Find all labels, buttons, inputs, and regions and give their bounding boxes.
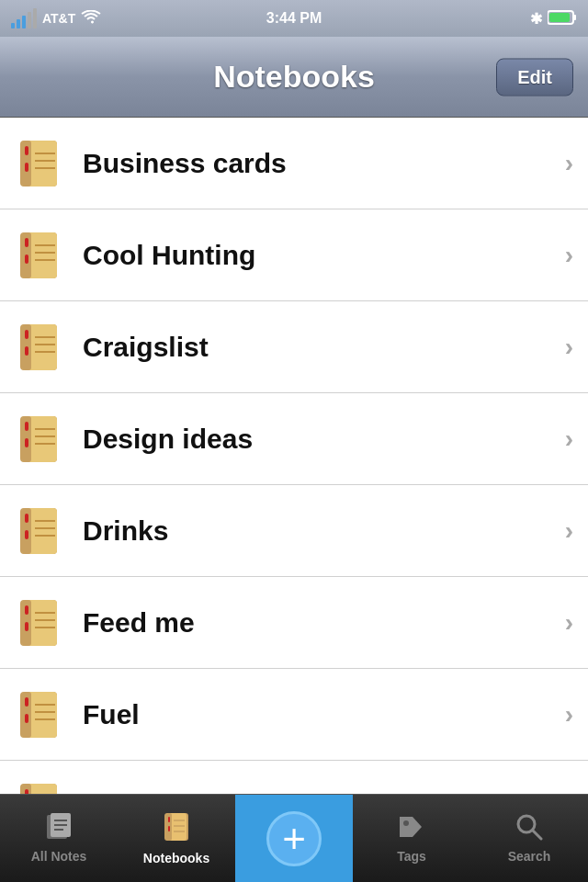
all-notes-icon (43, 813, 74, 845)
svg-rect-2 (549, 13, 570, 22)
notebook-label: Feed me (83, 607, 565, 639)
svg-rect-54 (25, 697, 28, 707)
chevron-right-icon: › (565, 516, 573, 546)
chevron-right-icon: › (565, 608, 573, 638)
nav-bar: Notebooks Edit (0, 37, 588, 118)
notebook-icon (15, 322, 64, 372)
svg-rect-30 (25, 422, 28, 431)
edit-button[interactable]: Edit (496, 58, 573, 96)
notebook-icon (15, 414, 64, 464)
list-item[interactable]: Cool Hunting › (0, 209, 588, 301)
tab-add[interactable]: + (235, 795, 353, 882)
add-icon: + (266, 811, 322, 866)
svg-rect-15 (25, 254, 28, 264)
notebook-label: Cool Hunting (83, 240, 565, 271)
svg-rect-22 (25, 330, 28, 339)
list-item[interactable]: Fuel › (0, 669, 588, 761)
svg-rect-23 (25, 346, 28, 356)
svg-rect-55 (25, 714, 28, 723)
list-item[interactable]: Feed me › (0, 577, 588, 669)
notebook-list: Business cards › Cool Hunting › (0, 118, 588, 853)
svg-rect-7 (25, 163, 28, 172)
svg-line-82 (533, 831, 541, 839)
svg-rect-47 (25, 622, 28, 631)
notebook-icon (15, 231, 64, 280)
tab-notebooks[interactable]: Notebooks (118, 795, 235, 882)
status-time: 3:44 PM (266, 10, 322, 27)
chevron-right-icon: › (565, 241, 573, 270)
status-left: AT&T (11, 8, 101, 28)
svg-rect-1 (573, 15, 576, 20)
notebook-label: Fuel (83, 699, 565, 730)
tab-bar: All Notes Notebooks + Tags (0, 794, 588, 882)
notebook-icon (15, 690, 64, 740)
list-item[interactable]: Design ideas › (0, 393, 588, 485)
svg-rect-75 (168, 817, 170, 822)
battery-icon (548, 9, 577, 28)
list-item[interactable]: Craigslist › (0, 301, 588, 393)
notebooks-icon (161, 811, 192, 847)
tab-tags[interactable]: Tags (353, 795, 470, 882)
svg-rect-6 (25, 146, 28, 155)
status-right: ✱ (530, 9, 577, 28)
notebook-icon (15, 598, 64, 648)
tab-search[interactable]: Search (470, 795, 588, 882)
chevron-right-icon: › (565, 424, 573, 454)
wifi-icon (81, 10, 101, 28)
svg-rect-39 (25, 530, 28, 539)
notebook-label: Drinks (83, 515, 565, 547)
tab-all-notes-label: All Notes (31, 849, 87, 864)
notebook-label: Craigslist (83, 332, 565, 363)
svg-rect-38 (25, 514, 28, 523)
svg-rect-14 (25, 238, 28, 247)
notebook-icon (15, 139, 64, 188)
tab-notebooks-label: Notebooks (143, 851, 209, 865)
list-item[interactable]: Business cards › (0, 118, 588, 209)
chevron-right-icon: › (565, 333, 573, 362)
tags-icon (396, 813, 427, 845)
search-icon (515, 813, 543, 845)
svg-rect-31 (25, 438, 28, 447)
svg-point-80 (403, 820, 409, 826)
status-bar: AT&T 3:44 PM ✱ (0, 0, 588, 37)
signal-icon (11, 8, 37, 28)
svg-rect-76 (168, 826, 170, 831)
notebook-icon (15, 506, 64, 556)
chevron-right-icon: › (565, 700, 573, 729)
carrier-label: AT&T (42, 11, 75, 26)
page-title: Notebooks (213, 59, 375, 95)
list-item[interactable]: Drinks › (0, 485, 588, 577)
tab-search-label: Search (508, 849, 551, 864)
tab-all-notes[interactable]: All Notes (0, 795, 118, 882)
notebook-label: Design ideas (83, 424, 565, 455)
bluetooth-icon: ✱ (530, 10, 542, 28)
tab-tags-label: Tags (397, 849, 426, 864)
chevron-right-icon: › (565, 149, 573, 178)
notebook-label: Business cards (83, 148, 565, 179)
svg-rect-46 (25, 605, 28, 615)
